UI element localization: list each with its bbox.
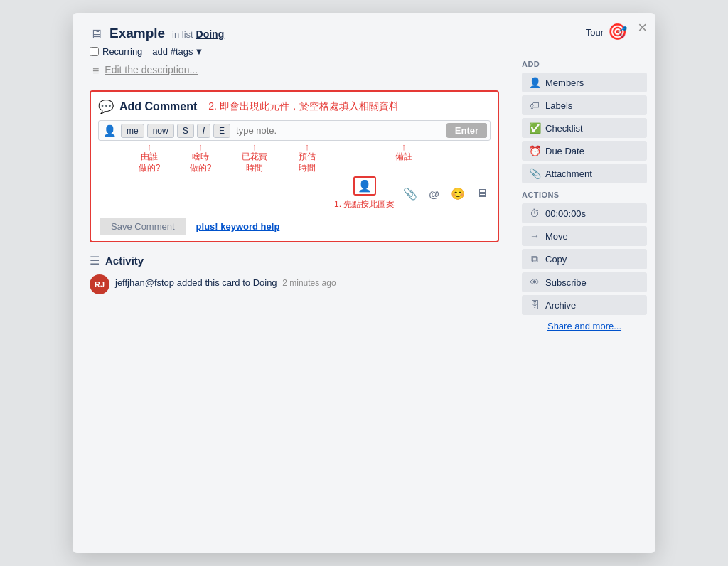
description-area: ≡ Edit the description... <box>90 64 499 78</box>
modal-header: 🖥 Example in list Doing <box>90 26 499 42</box>
add-section-title: Add <box>522 60 647 68</box>
due-date-icon: ⏰ <box>529 145 540 156</box>
modal-sidebar: Add 👤 Members 🏷 Labels ✅ Checklist ⏰ Due… <box>516 13 655 553</box>
add-tags-button[interactable]: add #tags ▼ <box>152 46 203 57</box>
arrow-4: ↑ <box>305 142 310 151</box>
modal-title-area: Example in list Doing <box>109 26 499 41</box>
due-date-label: Due Date <box>545 146 584 156</box>
annotation-text-1: 由誰做的? <box>139 151 161 173</box>
activity-time-0: 2 minutes ago <box>282 278 336 288</box>
timer-icon: ⏱ <box>529 208 540 219</box>
attachment-label: Attachment <box>545 169 592 179</box>
timer-button[interactable]: ⏱ 00:00:00s <box>522 203 647 223</box>
arrow-5: ↑ <box>402 142 407 151</box>
checklist-icon: ✅ <box>529 122 540 134</box>
actions-section-title: Actions <box>522 191 647 199</box>
share-link[interactable]: Share and more... <box>522 321 647 331</box>
modal-dialog: Tour 🎯 × 🖥 Example in list Doing Recurri… <box>73 13 655 553</box>
field-s-button[interactable]: S <box>177 124 194 138</box>
add-comment-title: Add Comment <box>119 100 197 113</box>
recurring-label: Recurring <box>102 46 142 57</box>
copy-label: Copy <box>545 254 567 265</box>
close-button[interactable]: × <box>638 20 647 36</box>
annotation-text-4: 預估時間 <box>299 151 316 173</box>
note-input[interactable] <box>233 124 444 137</box>
user-icon: 👤 <box>102 124 118 137</box>
tour-area: Tour 🎯 <box>586 23 627 41</box>
activity-header: ☰ Activity <box>90 254 499 267</box>
arrow-annotation-wrapper: ↑ 由誰做的? ↑ 啥時做的? ↑ 已花費時間 ↑ 預估時間 ↑ 備註 <box>98 142 491 173</box>
attachment-button[interactable]: 📎 Attachment <box>522 164 647 183</box>
activity-section: ☰ Activity RJ jeffjhan@fstop added this … <box>90 254 499 294</box>
timer-label: 00:00:00s <box>545 208 586 219</box>
recurring-checkbox[interactable] <box>90 47 99 56</box>
activity-text-0: jeffjhan@fstop added this card to Doing … <box>115 277 336 288</box>
members-button[interactable]: 👤 Members <box>522 73 647 92</box>
attachment-icon-button[interactable]: 📎 <box>400 186 420 202</box>
checklist-button[interactable]: ✅ Checklist <box>522 118 647 138</box>
at-icon-button[interactable]: @ <box>426 186 442 201</box>
members-label: Members <box>545 78 584 88</box>
attachment-icon: 📎 <box>529 168 540 179</box>
move-button[interactable]: → Move <box>522 226 647 246</box>
activity-icon: ☰ <box>90 254 100 267</box>
emoji-icon-button[interactable]: 😊 <box>448 186 468 202</box>
labels-icon: 🏷 <box>529 100 540 111</box>
recurring-checkbox-label[interactable]: Recurring <box>90 46 142 57</box>
field-i-button[interactable]: I <box>197 124 210 138</box>
labels-button[interactable]: 🏷 Labels <box>522 95 647 115</box>
comment-icon: 💬 <box>98 99 114 114</box>
description-icon: ≡ <box>92 65 99 78</box>
toolbar-icons-group: 👤 1. 先點按此圖案 📎 @ 😊 🖥 <box>334 176 491 210</box>
screen-icon-button[interactable]: 🖥 <box>473 186 491 201</box>
field-now-button[interactable]: now <box>147 124 174 138</box>
add-tags-label: add #tags <box>152 46 193 57</box>
comment-actions: Save Comment plus! keyword help <box>98 218 491 235</box>
checklist-label: Checklist <box>545 123 583 134</box>
subscribe-button[interactable]: 👁 Subscribe <box>522 272 647 292</box>
members-icon: 👤 <box>529 77 540 88</box>
add-comment-section: 💬 Add Comment 2. 即會出現此元件，於空格處填入相關資料 👤 me… <box>90 90 499 242</box>
due-date-button[interactable]: ⏰ Due Date <box>522 141 647 161</box>
move-icon: → <box>529 230 540 242</box>
annotation-col-1: ↑ 由誰做的? <box>129 142 169 173</box>
subscribe-icon: 👁 <box>529 277 540 288</box>
annotation-text-5: 備註 <box>395 151 412 163</box>
copy-icon: ⧉ <box>529 253 540 265</box>
archive-button[interactable]: 🗄 Archive <box>522 295 647 315</box>
arrow-2: ↑ <box>198 142 203 151</box>
toolbar-row-wrapper: 👤 1. 先點按此圖案 📎 @ 😊 🖥 <box>98 176 491 210</box>
archive-icon: 🗄 <box>529 299 540 311</box>
annotation-text-3: 已花費時間 <box>242 151 267 173</box>
add-comment-header: 💬 Add Comment 2. 即會出現此元件，於空格處填入相關資料 <box>98 99 491 114</box>
move-label: Move <box>545 231 568 242</box>
tour-label: Tour <box>586 27 604 38</box>
save-comment-button[interactable]: Save Comment <box>100 218 186 235</box>
arrow-1: ↑ <box>147 142 152 151</box>
annotation-col-4: ↑ 預估時間 <box>287 142 327 173</box>
modal-title: Example <box>109 26 165 41</box>
field-me-button[interactable]: me <box>121 124 144 138</box>
card-icon: 🖥 <box>90 27 102 42</box>
annotation-text-2: 啥時做的? <box>190 151 212 173</box>
copy-button[interactable]: ⧉ Copy <box>522 249 647 269</box>
modal-main: 🖥 Example in list Doing Recurring add #t… <box>73 13 516 553</box>
annotation-col-2: ↑ 啥時做的? <box>181 142 220 173</box>
archive-label: Archive <box>545 300 576 311</box>
actions-divider: Actions <box>522 191 647 199</box>
comment-input-row: 👤 me now S I E Enter <box>98 120 491 141</box>
edit-description-link[interactable]: Edit the description... <box>105 64 198 75</box>
member-icon-button[interactable]: 👤 <box>353 176 376 196</box>
annotation-col-5: ↑ 備註 <box>384 142 424 173</box>
modal-list-name[interactable]: Doing <box>196 28 225 40</box>
labels-label: Labels <box>545 100 572 111</box>
chevron-down-icon: ▼ <box>194 46 203 57</box>
step1-annotation: 1. 先點按此圖案 <box>334 198 395 210</box>
activity-avatar-0: RJ <box>90 274 109 294</box>
field-e-button[interactable]: E <box>213 124 230 138</box>
enter-button[interactable]: Enter <box>446 123 487 138</box>
subscribe-label: Subscribe <box>545 277 587 288</box>
keyword-help-link[interactable]: plus! keyword help <box>196 221 280 232</box>
modal-list-prefix: in list <box>172 29 193 40</box>
annotation-col-3: ↑ 已花費時間 <box>235 142 274 173</box>
